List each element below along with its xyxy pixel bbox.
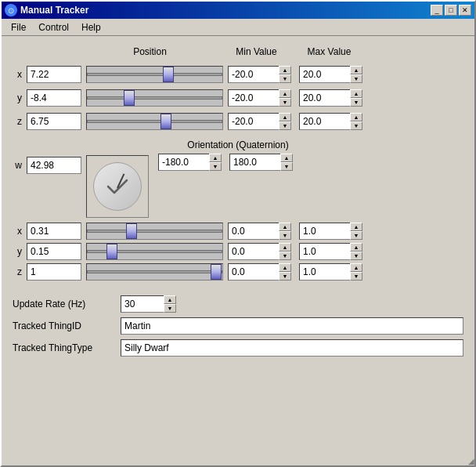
thing-id-input[interactable] [121, 317, 463, 335]
position-row-z: z ▲ ▼ ▲ ▼ [13, 111, 463, 132]
position-x-min[interactable] [228, 66, 279, 83]
position-y-min-spinbox: ▲ ▼ [228, 89, 294, 107]
orientation-y-max-down[interactable]: ▼ [350, 252, 362, 260]
orientation-w-min-spinbox: ▲ ▼ [158, 154, 225, 171]
position-x-min-up[interactable]: ▲ [279, 66, 291, 74]
position-z-value[interactable] [27, 113, 81, 130]
orientation-w-max-down[interactable]: ▼ [280, 162, 293, 171]
orientation-x-max-down[interactable]: ▼ [350, 231, 362, 240]
resize-handle[interactable]: ◢ [468, 457, 474, 465]
position-z-max-spinbox: ▲ ▼ [299, 113, 366, 130]
orientation-y-max-up[interactable]: ▲ [350, 243, 362, 252]
orientation-z-slider-container [86, 263, 223, 281]
close-button[interactable]: ✕ [459, 5, 471, 16]
position-z-max-down[interactable]: ▼ [350, 121, 362, 130]
orientation-x-max-up[interactable]: ▲ [350, 223, 362, 231]
orientation-dial[interactable] [93, 162, 142, 211]
orientation-row-x: x ▲ ▼ ▲ ▼ [13, 221, 463, 241]
axis-label-w: w [13, 160, 22, 171]
orientation-w-max[interactable] [229, 154, 280, 171]
menu-help[interactable]: Help [75, 20, 107, 34]
title-bar-buttons: _ □ ✕ [431, 5, 471, 16]
orientation-x-value[interactable] [27, 223, 81, 240]
orientation-x-min-up[interactable]: ▲ [279, 223, 291, 231]
orientation-y-min-up[interactable]: ▲ [279, 243, 291, 252]
position-x-slider[interactable] [87, 67, 222, 82]
orientation-z-max-up[interactable]: ▲ [350, 263, 362, 272]
position-z-min-up[interactable]: ▲ [279, 113, 291, 121]
position-y-max-spinbox: ▲ ▼ [299, 89, 366, 107]
update-rate-row: Update Rate (Hz) ▲ ▼ [13, 295, 463, 313]
orientation-row-z: z ▲ ▼ ▲ ▼ [13, 262, 463, 282]
axis-label-ox: x [13, 226, 22, 237]
max-value-header: Max Value [296, 46, 362, 57]
orientation-w-min[interactable] [158, 154, 209, 171]
position-row-x: x ▲ ▼ ▲ ▼ [13, 64, 463, 85]
position-y-max[interactable] [299, 89, 350, 107]
orientation-y-max[interactable] [299, 243, 350, 260]
orientation-w-value[interactable] [27, 157, 81, 174]
axis-label-px: x [13, 69, 22, 80]
position-y-max-down[interactable]: ▼ [350, 98, 362, 107]
orientation-y-min-down[interactable]: ▼ [279, 252, 291, 260]
orientation-z-slider[interactable] [87, 264, 222, 280]
position-z-slider-container [86, 113, 223, 130]
orientation-z-min-down[interactable]: ▼ [279, 272, 291, 281]
update-rate-down[interactable]: ▼ [164, 304, 176, 313]
position-y-slider-container [86, 89, 223, 107]
position-y-min-down[interactable]: ▼ [279, 98, 291, 107]
menu-file[interactable]: File [5, 20, 32, 34]
orientation-z-min-up[interactable]: ▲ [279, 263, 291, 272]
maximize-button[interactable]: □ [445, 5, 457, 16]
update-rate-spinbox: ▲ ▼ [121, 295, 183, 313]
main-content: Position Min Value Max Value x ▲ ▼ [2, 36, 474, 465]
minimize-button[interactable]: _ [431, 5, 443, 16]
position-z-max-up[interactable]: ▲ [350, 113, 362, 121]
dial-container[interactable] [86, 155, 149, 218]
menu-control[interactable]: Control [32, 20, 75, 34]
orientation-x-slider[interactable] [87, 223, 222, 239]
orientation-x-min-down[interactable]: ▼ [279, 231, 291, 240]
position-x-min-down[interactable]: ▼ [279, 74, 291, 83]
orientation-x-min[interactable] [228, 223, 279, 240]
menu-bar: File Control Help [2, 19, 474, 36]
orientation-y-slider-container [86, 243, 223, 260]
title-bar: ⊙ Manual Tracker _ □ ✕ [2, 2, 474, 19]
orientation-y-slider[interactable] [87, 244, 222, 259]
position-z-min[interactable] [228, 113, 279, 130]
orientation-z-max[interactable] [299, 263, 350, 281]
orientation-z-value[interactable] [27, 263, 81, 281]
position-y-min-up[interactable]: ▲ [279, 89, 291, 98]
update-rate-up[interactable]: ▲ [164, 295, 176, 304]
orientation-z-min[interactable] [228, 263, 279, 281]
orientation-x-slider-container [86, 223, 223, 240]
position-y-max-up[interactable]: ▲ [350, 89, 362, 98]
min-value-header: Min Value [223, 46, 290, 57]
position-x-value[interactable] [27, 66, 81, 83]
axis-label-pz: z [13, 116, 22, 127]
update-rate-input[interactable] [121, 295, 164, 313]
position-z-min-spinbox: ▲ ▼ [228, 113, 294, 130]
orientation-w-min-up[interactable]: ▲ [209, 154, 222, 162]
position-z-slider[interactable] [87, 114, 222, 129]
position-row-y: y ▲ ▼ ▲ ▼ [13, 88, 463, 108]
orientation-y-min[interactable] [228, 243, 279, 260]
position-x-max-spinbox: ▲ ▼ [299, 66, 366, 83]
orientation-y-value[interactable] [27, 243, 81, 260]
position-x-max[interactable] [299, 66, 350, 83]
position-x-min-spinbox: ▲ ▼ [228, 66, 294, 83]
orientation-w-max-up[interactable]: ▲ [280, 154, 293, 162]
position-z-min-down[interactable]: ▼ [279, 121, 291, 130]
position-z-max[interactable] [299, 113, 350, 130]
position-x-max-up[interactable]: ▲ [350, 66, 362, 74]
thing-type-input[interactable] [121, 339, 463, 357]
orientation-w-min-down[interactable]: ▼ [209, 162, 222, 171]
orientation-z-max-down[interactable]: ▼ [350, 272, 362, 281]
position-y-slider[interactable] [87, 90, 222, 106]
position-y-min[interactable] [228, 89, 279, 107]
position-x-max-down[interactable]: ▼ [350, 74, 362, 83]
orientation-x-max[interactable] [299, 223, 350, 240]
axis-label-oy: y [13, 246, 22, 257]
orientation-section: Orientation (Quaternion) w [13, 139, 463, 282]
position-y-value[interactable] [27, 89, 81, 107]
